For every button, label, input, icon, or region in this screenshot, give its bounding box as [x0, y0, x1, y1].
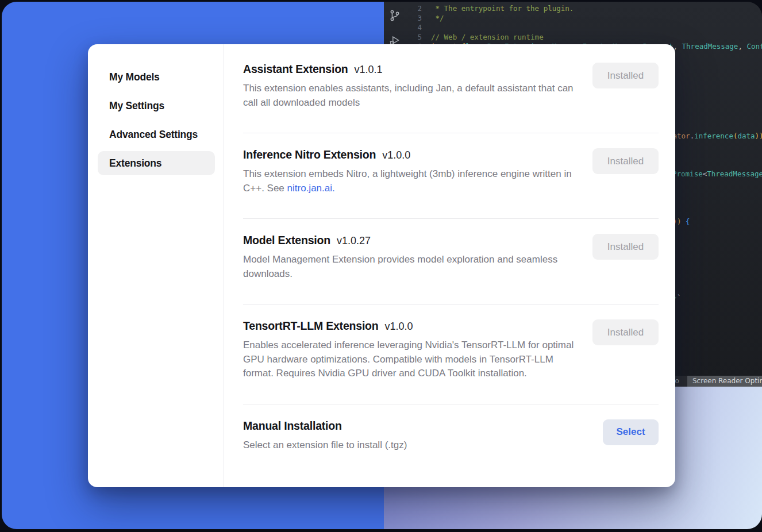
extension-description: Enables accelerated inference leveraging…: [243, 338, 576, 381]
sidebar-item-label: My Settings: [109, 100, 164, 112]
extension-name: Manual Installation: [243, 419, 342, 433]
extension-header: Manual Installation: [243, 419, 603, 433]
code-line: 3 */: [406, 14, 762, 24]
installed-button[interactable]: Installed: [592, 319, 659, 345]
sidebar-item-my-models[interactable]: My Models: [98, 65, 215, 89]
extension-description: This extension enables assistants, inclu…: [243, 82, 576, 110]
extension-row: Manual Installation Select Select an ext…: [243, 404, 659, 476]
sidebar-item-label: Extensions: [109, 157, 161, 169]
source-control-icon[interactable]: [388, 9, 401, 22]
extension-version: v1.0.1: [355, 64, 383, 76]
extension-description: Model Management Extension provides mode…: [243, 253, 576, 281]
extension-header: Model Extension v1.0.27: [243, 234, 592, 247]
extension-header: Inference Nitro Extension v1.0.0: [243, 148, 592, 161]
extension-description: This extension embeds Nitro, a lightweig…: [243, 167, 576, 195]
line-number: 3: [406, 14, 431, 24]
installed-button[interactable]: Installed: [592, 148, 659, 174]
code-line: 5// Web / extension runtime: [406, 33, 762, 43]
installed-button[interactable]: Installed: [592, 63, 659, 88]
extension-name: TensortRT-LLM Extension: [243, 319, 379, 333]
extension-row: Model Extension v1.0.27 Installed Model …: [243, 218, 659, 304]
extension-header: TensortRT-LLM Extension v1.0.0: [243, 319, 592, 333]
sidebar-item-extensions[interactable]: Extensions: [98, 151, 215, 175]
extension-row: Inference Nitro Extension v1.0.0 Install…: [243, 133, 659, 218]
code-fragment: rator.inference(data));: [668, 132, 762, 140]
extension-description: Select an extension file to install (.tg…: [243, 438, 576, 453]
extension-version: v1.0.0: [382, 149, 410, 161]
sidebar-item-advanced-settings[interactable]: Advanced Settings: [98, 122, 215, 147]
extension-header: Assistant Extension v1.0.1: [243, 63, 592, 76]
desktop-frame: 2 * The entrypoint for the plugin.3 */45…: [2, 2, 762, 529]
extension-row: TensortRT-LLM Extension v1.0.0 Installed…: [243, 304, 659, 404]
settings-sidebar: My Models My Settings Advanced Settings …: [88, 44, 224, 487]
extension-name: Assistant Extension: [243, 63, 348, 76]
code-fragment: Promise<ThreadMessage>: [672, 169, 762, 178]
line-number: 5: [406, 33, 431, 43]
settings-modal: My Models My Settings Advanced Settings …: [88, 44, 675, 487]
extension-link[interactable]: nitro.jan.ai.: [287, 183, 335, 194]
code-line: 4: [406, 23, 762, 33]
sidebar-item-my-settings[interactable]: My Settings: [98, 94, 215, 118]
extension-row: Assistant Extension v1.0.1 Installed Thi…: [243, 48, 659, 133]
extension-version: v1.0.27: [337, 235, 371, 247]
line-number: 4: [406, 23, 431, 33]
sidebar-item-label: Advanced Settings: [109, 129, 198, 141]
extension-name: Model Extension: [243, 234, 330, 247]
extension-version: v1.0.0: [385, 321, 413, 333]
code-line: 2 * The entrypoint for the plugin.: [406, 4, 762, 14]
screen-reader-optimize-status[interactable]: Screen Reader Optimize: [687, 376, 762, 387]
installed-button[interactable]: Installed: [592, 234, 659, 260]
line-number: 2: [406, 4, 431, 14]
select-button[interactable]: Select: [603, 419, 659, 445]
extension-name: Inference Nitro Extension: [243, 148, 376, 161]
sidebar-item-label: My Models: [109, 71, 160, 83]
extensions-list: Assistant Extension v1.0.1 Installed Thi…: [224, 44, 675, 487]
